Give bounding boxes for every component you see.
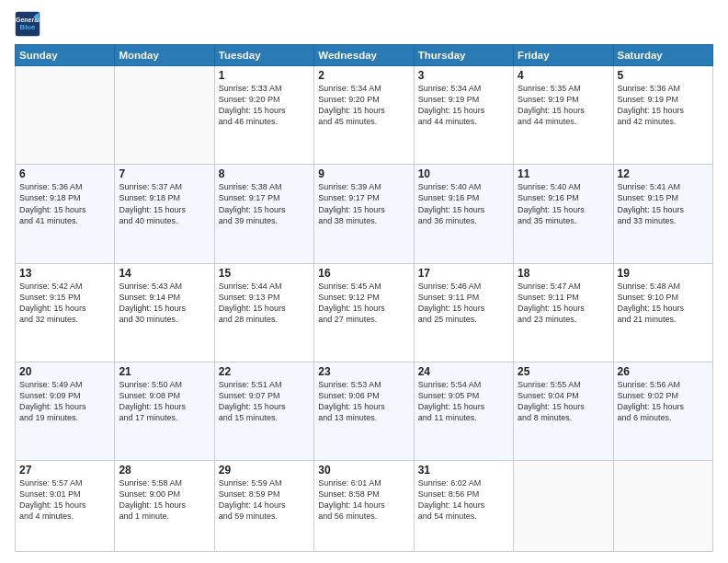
calendar-cell: 9Sunrise: 5:39 AM Sunset: 9:17 PM Daylig…	[314, 165, 414, 263]
weekday-header-saturday: Saturday	[613, 45, 712, 66]
weekday-header-tuesday: Tuesday	[214, 45, 313, 66]
cell-info: Sunrise: 5:58 AM Sunset: 9:00 PM Dayligh…	[119, 477, 210, 523]
page: General Blue SundayMondayTuesdayWednesda…	[0, 0, 728, 563]
calendar-cell: 1Sunrise: 5:33 AM Sunset: 9:20 PM Daylig…	[214, 66, 313, 165]
day-number: 10	[418, 167, 509, 180]
cell-info: Sunrise: 6:01 AM Sunset: 8:58 PM Dayligh…	[318, 477, 409, 523]
cell-info: Sunrise: 5:55 AM Sunset: 9:04 PM Dayligh…	[518, 379, 609, 424]
day-number: 20	[19, 365, 110, 378]
day-number: 27	[19, 464, 110, 477]
calendar-cell	[16, 66, 115, 165]
weekday-header-friday: Friday	[514, 45, 613, 66]
day-number: 9	[318, 167, 409, 180]
header: General Blue	[15, 11, 713, 37]
cell-info: Sunrise: 5:37 AM Sunset: 9:18 PM Dayligh…	[119, 181, 210, 226]
calendar-cell: 30Sunrise: 6:01 AM Sunset: 8:58 PM Dayli…	[314, 461, 414, 552]
calendar-cell: 12Sunrise: 5:41 AM Sunset: 9:15 PM Dayli…	[613, 165, 712, 263]
calendar-cell: 8Sunrise: 5:38 AM Sunset: 9:17 PM Daylig…	[214, 165, 313, 263]
cell-info: Sunrise: 5:42 AM Sunset: 9:15 PM Dayligh…	[19, 281, 110, 326]
day-number: 21	[119, 365, 210, 378]
day-number: 17	[418, 267, 509, 280]
day-number: 7	[119, 167, 210, 180]
day-number: 18	[518, 267, 609, 280]
day-number: 31	[418, 464, 509, 477]
cell-info: Sunrise: 5:46 AM Sunset: 9:11 PM Dayligh…	[418, 281, 509, 326]
cell-info: Sunrise: 5:48 AM Sunset: 9:10 PM Dayligh…	[618, 281, 709, 326]
day-number: 13	[19, 267, 110, 280]
cell-info: Sunrise: 5:47 AM Sunset: 9:11 PM Dayligh…	[518, 281, 609, 326]
calendar-cell: 29Sunrise: 5:59 AM Sunset: 8:59 PM Dayli…	[214, 461, 313, 552]
weekday-header-sunday: Sunday	[16, 45, 115, 66]
cell-info: Sunrise: 5:53 AM Sunset: 9:06 PM Dayligh…	[318, 379, 409, 424]
logo-icon: General Blue	[15, 11, 40, 37]
cell-info: Sunrise: 5:59 AM Sunset: 8:59 PM Dayligh…	[219, 477, 310, 523]
day-number: 6	[19, 167, 110, 180]
calendar-cell: 2Sunrise: 5:34 AM Sunset: 9:20 PM Daylig…	[314, 66, 414, 165]
calendar-cell: 4Sunrise: 5:35 AM Sunset: 9:19 PM Daylig…	[514, 66, 613, 165]
cell-info: Sunrise: 5:50 AM Sunset: 9:08 PM Dayligh…	[119, 379, 210, 424]
cell-info: Sunrise: 5:49 AM Sunset: 9:09 PM Dayligh…	[19, 379, 110, 424]
day-number: 5	[618, 69, 709, 82]
cell-info: Sunrise: 5:43 AM Sunset: 9:14 PM Dayligh…	[119, 281, 210, 326]
calendar-cell: 20Sunrise: 5:49 AM Sunset: 9:09 PM Dayli…	[16, 362, 115, 460]
day-number: 29	[219, 464, 310, 477]
weekday-header-wednesday: Wednesday	[314, 45, 414, 66]
cell-info: Sunrise: 5:45 AM Sunset: 9:12 PM Dayligh…	[318, 281, 409, 326]
cell-info: Sunrise: 5:34 AM Sunset: 9:19 PM Dayligh…	[418, 83, 509, 128]
cell-info: Sunrise: 5:35 AM Sunset: 9:19 PM Dayligh…	[518, 83, 609, 128]
calendar-week-row: 13Sunrise: 5:42 AM Sunset: 9:15 PM Dayli…	[16, 263, 713, 362]
calendar-week-row: 20Sunrise: 5:49 AM Sunset: 9:09 PM Dayli…	[16, 362, 713, 460]
cell-info: Sunrise: 5:51 AM Sunset: 9:07 PM Dayligh…	[219, 379, 310, 424]
logo: General Blue	[15, 11, 44, 37]
day-number: 22	[219, 365, 310, 378]
day-number: 8	[219, 167, 310, 180]
calendar-cell: 28Sunrise: 5:58 AM Sunset: 9:00 PM Dayli…	[115, 461, 214, 552]
calendar-cell: 18Sunrise: 5:47 AM Sunset: 9:11 PM Dayli…	[514, 263, 613, 362]
cell-info: Sunrise: 5:40 AM Sunset: 9:16 PM Dayligh…	[418, 181, 509, 226]
calendar-cell: 25Sunrise: 5:55 AM Sunset: 9:04 PM Dayli…	[514, 362, 613, 460]
day-number: 2	[318, 69, 409, 82]
day-number: 16	[318, 267, 409, 280]
calendar-cell: 23Sunrise: 5:53 AM Sunset: 9:06 PM Dayli…	[314, 362, 414, 460]
calendar-table: SundayMondayTuesdayWednesdayThursdayFrid…	[15, 44, 713, 552]
calendar-cell: 6Sunrise: 5:36 AM Sunset: 9:18 PM Daylig…	[16, 165, 115, 263]
day-number: 4	[518, 69, 609, 82]
calendar-cell: 24Sunrise: 5:54 AM Sunset: 9:05 PM Dayli…	[414, 362, 513, 460]
weekday-header-thursday: Thursday	[414, 45, 513, 66]
calendar-cell: 22Sunrise: 5:51 AM Sunset: 9:07 PM Dayli…	[214, 362, 313, 460]
cell-info: Sunrise: 6:02 AM Sunset: 8:56 PM Dayligh…	[418, 477, 509, 523]
day-number: 3	[418, 69, 509, 82]
cell-info: Sunrise: 5:56 AM Sunset: 9:02 PM Dayligh…	[618, 379, 709, 424]
weekday-header-monday: Monday	[115, 45, 214, 66]
calendar-cell: 3Sunrise: 5:34 AM Sunset: 9:19 PM Daylig…	[414, 66, 513, 165]
calendar-cell: 27Sunrise: 5:57 AM Sunset: 9:01 PM Dayli…	[16, 461, 115, 552]
calendar-week-row: 6Sunrise: 5:36 AM Sunset: 9:18 PM Daylig…	[16, 165, 713, 263]
day-number: 23	[318, 365, 409, 378]
cell-info: Sunrise: 5:44 AM Sunset: 9:13 PM Dayligh…	[219, 281, 310, 326]
day-number: 14	[119, 267, 210, 280]
calendar-cell: 11Sunrise: 5:40 AM Sunset: 9:16 PM Dayli…	[514, 165, 613, 263]
calendar-cell: 16Sunrise: 5:45 AM Sunset: 9:12 PM Dayli…	[314, 263, 414, 362]
cell-info: Sunrise: 5:36 AM Sunset: 9:18 PM Dayligh…	[19, 181, 110, 226]
calendar-cell: 5Sunrise: 5:36 AM Sunset: 9:19 PM Daylig…	[613, 66, 712, 165]
cell-info: Sunrise: 5:34 AM Sunset: 9:20 PM Dayligh…	[318, 83, 409, 128]
calendar-cell: 26Sunrise: 5:56 AM Sunset: 9:02 PM Dayli…	[613, 362, 712, 460]
calendar-cell: 17Sunrise: 5:46 AM Sunset: 9:11 PM Dayli…	[414, 263, 513, 362]
calendar-header-row: SundayMondayTuesdayWednesdayThursdayFrid…	[16, 45, 713, 66]
calendar-cell: 21Sunrise: 5:50 AM Sunset: 9:08 PM Dayli…	[115, 362, 214, 460]
cell-info: Sunrise: 5:54 AM Sunset: 9:05 PM Dayligh…	[418, 379, 509, 424]
calendar-cell	[115, 66, 214, 165]
calendar-cell: 10Sunrise: 5:40 AM Sunset: 9:16 PM Dayli…	[414, 165, 513, 263]
day-number: 12	[618, 167, 709, 180]
day-number: 19	[618, 267, 709, 280]
calendar-cell: 19Sunrise: 5:48 AM Sunset: 9:10 PM Dayli…	[613, 263, 712, 362]
calendar-cell: 31Sunrise: 6:02 AM Sunset: 8:56 PM Dayli…	[414, 461, 513, 552]
cell-info: Sunrise: 5:38 AM Sunset: 9:17 PM Dayligh…	[219, 181, 310, 226]
svg-text:Blue: Blue	[20, 23, 37, 31]
day-number: 28	[119, 464, 210, 477]
cell-info: Sunrise: 5:33 AM Sunset: 9:20 PM Dayligh…	[219, 83, 310, 128]
calendar-cell	[514, 461, 613, 552]
cell-info: Sunrise: 5:41 AM Sunset: 9:15 PM Dayligh…	[618, 181, 709, 226]
day-number: 24	[418, 365, 509, 378]
day-number: 15	[219, 267, 310, 280]
